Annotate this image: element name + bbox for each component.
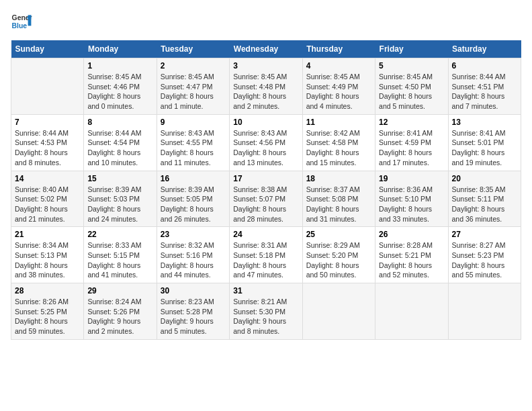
day-number: 27	[452, 230, 517, 239]
calendar-week-1: 7Sunrise: 8:44 AMSunset: 4:53 PMDaylight…	[11, 114, 521, 171]
day-number: 26	[379, 230, 444, 239]
day-number: 8	[87, 118, 152, 127]
day-info: Sunrise: 8:37 AMSunset: 5:08 PMDaylight:…	[306, 185, 371, 224]
logo-icon: General Blue	[11, 11, 32, 32]
day-info: Sunrise: 8:34 AMSunset: 5:13 PMDaylight:…	[15, 240, 80, 280]
column-header-saturday: Saturday	[448, 40, 521, 58]
day-info: Sunrise: 8:29 AMSunset: 5:20 PMDaylight:…	[306, 240, 371, 280]
day-number: 7	[15, 118, 80, 127]
calendar-cell-w0d6: 6Sunrise: 8:44 AMSunset: 4:51 PMDaylight…	[448, 58, 521, 115]
calendar-week-0: 1Sunrise: 8:45 AMSunset: 4:46 PMDaylight…	[11, 58, 521, 115]
calendar-cell-w3d2: 23Sunrise: 8:32 AMSunset: 5:16 PMDayligh…	[157, 227, 229, 283]
day-info: Sunrise: 8:27 AMSunset: 5:23 PMDaylight:…	[452, 240, 517, 280]
day-number: 10	[233, 118, 298, 127]
day-info: Sunrise: 8:43 AMSunset: 4:55 PMDaylight:…	[161, 128, 226, 168]
day-info: Sunrise: 8:41 AMSunset: 5:01 PMDaylight:…	[452, 128, 517, 168]
day-info: Sunrise: 8:43 AMSunset: 4:56 PMDaylight:…	[233, 128, 298, 168]
calendar-cell-w2d0: 14Sunrise: 8:40 AMSunset: 5:02 PMDayligh…	[11, 171, 84, 227]
day-info: Sunrise: 8:31 AMSunset: 5:18 PMDaylight:…	[233, 240, 298, 280]
day-number: 14	[15, 174, 80, 183]
calendar-cell-w3d4: 25Sunrise: 8:29 AMSunset: 5:20 PMDayligh…	[302, 227, 375, 283]
day-info: Sunrise: 8:45 AMSunset: 4:49 PMDaylight:…	[306, 72, 371, 111]
day-info: Sunrise: 8:36 AMSunset: 5:10 PMDaylight:…	[379, 185, 444, 224]
day-number: 16	[161, 174, 226, 183]
day-info: Sunrise: 8:23 AMSunset: 5:28 PMDaylight:…	[161, 297, 226, 336]
calendar-cell-w1d3: 10Sunrise: 8:43 AMSunset: 4:56 PMDayligh…	[230, 114, 302, 171]
calendar-cell-w4d3: 31Sunrise: 8:21 AMSunset: 5:30 PMDayligh…	[230, 283, 302, 340]
day-number: 3	[233, 61, 298, 71]
column-header-sunday: Sunday	[11, 40, 84, 58]
calendar-cell-w2d1: 15Sunrise: 8:39 AMSunset: 5:03 PMDayligh…	[84, 171, 157, 227]
column-header-wednesday: Wednesday	[230, 40, 302, 58]
calendar-cell-w1d0: 7Sunrise: 8:44 AMSunset: 4:53 PMDaylight…	[11, 114, 84, 171]
calendar-cell-w1d2: 9Sunrise: 8:43 AMSunset: 4:55 PMDaylight…	[157, 114, 229, 171]
svg-text:Blue: Blue	[12, 22, 28, 30]
calendar-cell-w2d2: 16Sunrise: 8:39 AMSunset: 5:05 PMDayligh…	[157, 171, 229, 227]
day-number: 12	[379, 118, 444, 127]
calendar-cell-w2d6: 20Sunrise: 8:35 AMSunset: 5:11 PMDayligh…	[448, 171, 521, 227]
logo: General Blue	[11, 11, 35, 32]
calendar-cell-w4d1: 29Sunrise: 8:24 AMSunset: 5:26 PMDayligh…	[84, 283, 157, 340]
day-number: 31	[233, 286, 298, 295]
calendar-cell-w4d5	[375, 283, 448, 340]
day-number: 17	[233, 174, 298, 183]
day-number: 9	[161, 118, 226, 127]
day-info: Sunrise: 8:45 AMSunset: 4:48 PMDaylight:…	[233, 72, 298, 111]
day-info: Sunrise: 8:45 AMSunset: 4:47 PMDaylight:…	[161, 72, 226, 111]
day-info: Sunrise: 8:45 AMSunset: 4:46 PMDaylight:…	[87, 72, 152, 111]
calendar-table: SundayMondayTuesdayWednesdayThursdayFrid…	[11, 40, 521, 340]
column-header-friday: Friday	[375, 40, 448, 58]
day-info: Sunrise: 8:39 AMSunset: 5:05 PMDaylight:…	[161, 185, 226, 224]
day-info: Sunrise: 8:35 AMSunset: 5:11 PMDaylight:…	[452, 185, 517, 224]
calendar-cell-w3d0: 21Sunrise: 8:34 AMSunset: 5:13 PMDayligh…	[11, 227, 84, 283]
calendar-cell-w1d4: 11Sunrise: 8:42 AMSunset: 4:58 PMDayligh…	[302, 114, 375, 171]
calendar-cell-w0d1: 1Sunrise: 8:45 AMSunset: 4:46 PMDaylight…	[84, 58, 157, 115]
day-number: 21	[15, 230, 80, 239]
day-number: 6	[452, 61, 517, 71]
day-number: 4	[306, 61, 371, 71]
day-number: 11	[306, 118, 371, 127]
calendar-cell-w4d0: 28Sunrise: 8:26 AMSunset: 5:25 PMDayligh…	[11, 283, 84, 340]
day-number: 24	[233, 230, 298, 239]
calendar-cell-w0d3: 3Sunrise: 8:45 AMSunset: 4:48 PMDaylight…	[230, 58, 302, 115]
day-info: Sunrise: 8:45 AMSunset: 4:50 PMDaylight:…	[379, 72, 444, 111]
day-number: 18	[306, 174, 371, 183]
day-info: Sunrise: 8:44 AMSunset: 4:51 PMDaylight:…	[452, 72, 517, 111]
calendar-cell-w0d5: 5Sunrise: 8:45 AMSunset: 4:50 PMDaylight…	[375, 58, 448, 115]
day-number: 2	[161, 61, 226, 71]
day-number: 1	[87, 61, 152, 71]
calendar-cell-w1d6: 13Sunrise: 8:41 AMSunset: 5:01 PMDayligh…	[448, 114, 521, 171]
calendar-cell-w3d5: 26Sunrise: 8:28 AMSunset: 5:21 PMDayligh…	[375, 227, 448, 283]
calendar-cell-w3d6: 27Sunrise: 8:27 AMSunset: 5:23 PMDayligh…	[448, 227, 521, 283]
calendar-cell-w4d6	[448, 283, 521, 340]
calendar-cell-w4d4	[302, 283, 375, 340]
day-number: 19	[379, 174, 444, 183]
calendar-week-4: 28Sunrise: 8:26 AMSunset: 5:25 PMDayligh…	[11, 283, 521, 340]
day-info: Sunrise: 8:32 AMSunset: 5:16 PMDaylight:…	[161, 240, 226, 280]
day-info: Sunrise: 8:41 AMSunset: 4:59 PMDaylight:…	[379, 128, 444, 168]
calendar-cell-w4d2: 30Sunrise: 8:23 AMSunset: 5:28 PMDayligh…	[157, 283, 229, 340]
day-info: Sunrise: 8:42 AMSunset: 4:58 PMDaylight:…	[306, 128, 371, 168]
calendar-cell-w0d0	[11, 58, 84, 115]
day-number: 5	[379, 61, 444, 71]
calendar-cell-w2d5: 19Sunrise: 8:36 AMSunset: 5:10 PMDayligh…	[375, 171, 448, 227]
day-number: 20	[452, 174, 517, 183]
day-info: Sunrise: 8:21 AMSunset: 5:30 PMDaylight:…	[233, 297, 298, 336]
day-info: Sunrise: 8:44 AMSunset: 4:54 PMDaylight:…	[87, 128, 152, 168]
day-number: 30	[161, 286, 226, 295]
calendar-cell-w1d5: 12Sunrise: 8:41 AMSunset: 4:59 PMDayligh…	[375, 114, 448, 171]
day-info: Sunrise: 8:44 AMSunset: 4:53 PMDaylight:…	[15, 128, 80, 168]
day-number: 15	[87, 174, 152, 183]
calendar-cell-w0d2: 2Sunrise: 8:45 AMSunset: 4:47 PMDaylight…	[157, 58, 229, 115]
day-number: 13	[452, 118, 517, 127]
column-header-tuesday: Tuesday	[157, 40, 229, 58]
day-number: 25	[306, 230, 371, 239]
calendar-cell-w1d1: 8Sunrise: 8:44 AMSunset: 4:54 PMDaylight…	[84, 114, 157, 171]
column-header-thursday: Thursday	[302, 40, 375, 58]
calendar-body: 1Sunrise: 8:45 AMSunset: 4:46 PMDaylight…	[11, 58, 521, 340]
calendar-cell-w0d4: 4Sunrise: 8:45 AMSunset: 4:49 PMDaylight…	[302, 58, 375, 115]
calendar-cell-w2d3: 17Sunrise: 8:38 AMSunset: 5:07 PMDayligh…	[230, 171, 302, 227]
day-info: Sunrise: 8:39 AMSunset: 5:03 PMDaylight:…	[87, 185, 152, 224]
calendar-cell-w2d4: 18Sunrise: 8:37 AMSunset: 5:08 PMDayligh…	[302, 171, 375, 227]
day-info: Sunrise: 8:26 AMSunset: 5:25 PMDaylight:…	[15, 297, 80, 336]
